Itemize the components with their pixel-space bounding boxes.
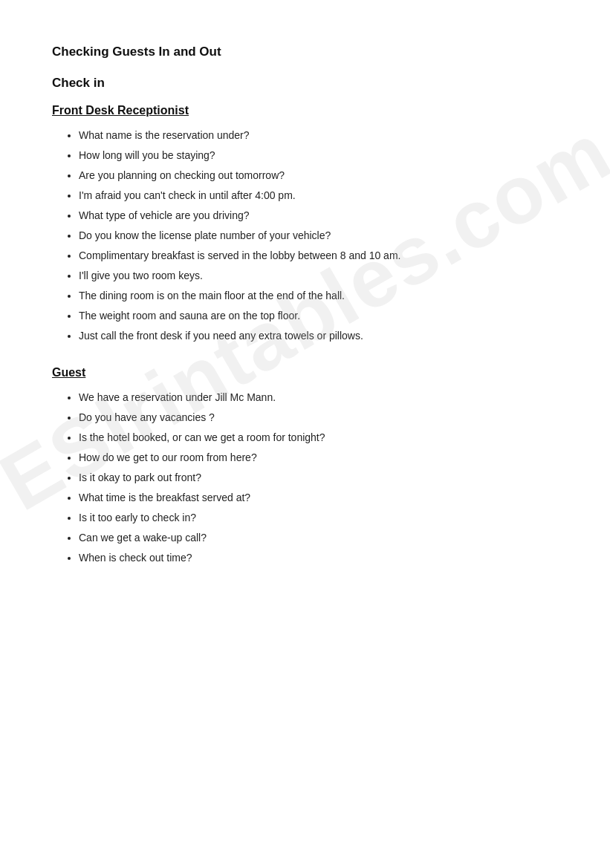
list-item: I'll give you two room keys. — [79, 268, 558, 284]
receptionist-title: Front Desk Receptionist — [52, 104, 558, 117]
main-title: Checking Guests In and Out — [52, 45, 558, 59]
list-item: I'm afraid you can't check in until afte… — [79, 188, 558, 203]
list-item: What time is the breakfast served at? — [79, 490, 558, 506]
guest-title: Guest — [52, 366, 558, 379]
list-item: Do you know the license plate number of … — [79, 228, 558, 244]
receptionist-section: Front Desk Receptionist What name is the… — [52, 104, 558, 344]
list-item: Is the hotel booked, or can we get a roo… — [79, 430, 558, 446]
page: ESlrintables.com Checking Guests In and … — [0, 0, 610, 633]
list-item: Complimentary breakfast is served in the… — [79, 248, 558, 264]
guest-section: Guest We have a reservation under Jill M… — [52, 366, 558, 566]
guest-list: We have a reservation under Jill Mc Mann… — [52, 390, 558, 566]
list-item: The weight room and sauna are on the top… — [79, 308, 558, 324]
list-item: The dining room is on the main floor at … — [79, 288, 558, 304]
list-item: Is it too early to check in? — [79, 510, 558, 526]
checkin-title: Check in — [52, 76, 558, 91]
list-item: When is check out time? — [79, 550, 558, 566]
list-item: Just call the front desk if you need any… — [79, 328, 558, 344]
list-item: Can we get a wake-up call? — [79, 530, 558, 546]
list-item: Are you planning on checking out tomorro… — [79, 168, 558, 183]
list-item: We have a reservation under Jill Mc Mann… — [79, 390, 558, 405]
receptionist-list: What name is the reservation under?How l… — [52, 128, 558, 344]
list-item: Is it okay to park out front? — [79, 470, 558, 486]
list-item: What type of vehicle are you driving? — [79, 208, 558, 223]
list-item: What name is the reservation under? — [79, 128, 558, 143]
list-item: How do we get to our room from here? — [79, 450, 558, 466]
list-item: Do you have any vacancies ? — [79, 410, 558, 425]
list-item: How long will you be staying? — [79, 148, 558, 163]
